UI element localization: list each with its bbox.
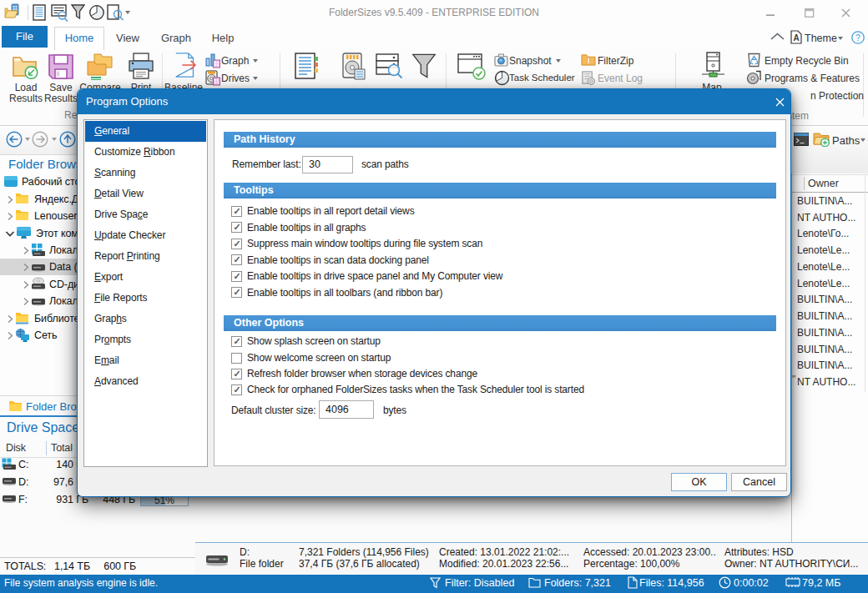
- svg-text:?: ?: [855, 33, 860, 43]
- svg-text:A: A: [793, 33, 799, 43]
